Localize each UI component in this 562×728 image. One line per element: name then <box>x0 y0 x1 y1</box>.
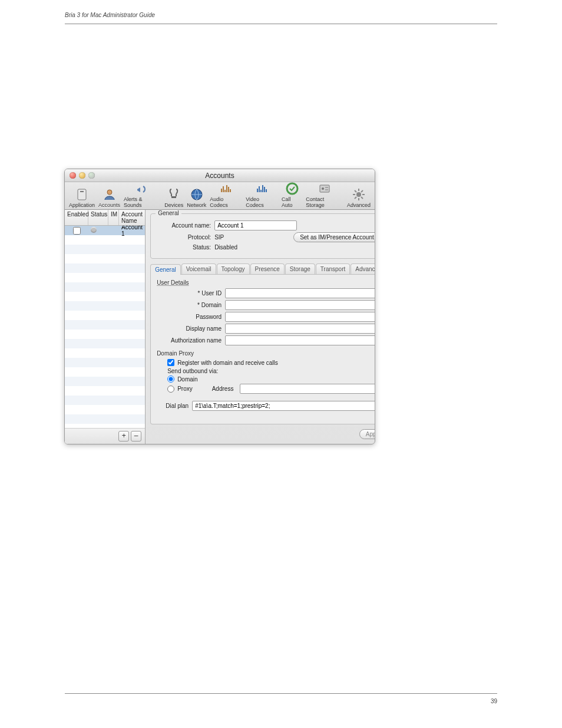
status-dot-icon <box>91 227 97 233</box>
domain-radio-label: Domain <box>177 376 197 383</box>
preferences-toolbar: Application Accounts Alerts & Sounds Dev… <box>65 182 375 210</box>
dial-plan-input[interactable] <box>192 401 375 411</box>
list-footer: + – <box>65 428 145 444</box>
svg-rect-1 <box>80 191 84 192</box>
user-id-input[interactable] <box>225 288 375 298</box>
display-name-label: Display name <box>157 325 222 332</box>
proxy-radio[interactable] <box>167 386 174 393</box>
toolbar-contact-storage[interactable]: Contact Storage <box>304 181 345 209</box>
toolbar-advanced[interactable]: Advanced <box>345 187 372 209</box>
tab-general[interactable]: General <box>150 264 181 275</box>
general-group: General Account name: Protocol: SIP Set … <box>150 213 375 259</box>
tab-storage[interactable]: Storage <box>285 263 315 274</box>
protocol-value: SIP <box>214 234 224 241</box>
add-account-button[interactable]: + <box>118 431 129 442</box>
svg-line-13 <box>361 197 363 199</box>
page-header-left: Bria 3 for Mac Administrator Guide <box>65 12 155 18</box>
gear-icon <box>351 187 366 202</box>
enabled-checkbox[interactable] <box>73 227 81 235</box>
toolbar-network[interactable]: Network <box>185 187 208 209</box>
app-icon <box>74 187 90 202</box>
svg-point-7 <box>356 192 361 197</box>
set-im-presence-button[interactable]: Set as IM/Presence Account <box>293 232 375 242</box>
window-controls <box>70 172 95 179</box>
col-status[interactable]: Status <box>88 210 108 225</box>
page-footer-right: 39 <box>491 698 497 704</box>
apply-button[interactable]: Apply <box>359 429 375 439</box>
account-name-cell: Account 1 <box>119 226 145 237</box>
accounts-list[interactable]: Account 1 <box>65 226 145 428</box>
contact-storage-icon <box>317 181 332 196</box>
alerts-icon <box>135 181 150 196</box>
account-name-label: Account name: <box>157 222 211 229</box>
call-auto-icon <box>285 181 300 196</box>
footer-rule <box>65 693 497 694</box>
display-name-input[interactable] <box>225 324 375 334</box>
tab-topology[interactable]: Topology <box>217 263 250 274</box>
list-header: Enabled Status IM Account Name <box>65 210 145 226</box>
auth-name-label: Authorization name <box>157 337 222 344</box>
user-id-label: * User ID <box>157 290 222 297</box>
tab-advanced[interactable]: Advanced <box>351 263 375 274</box>
send-via-label: Send outbound via: <box>167 368 375 374</box>
toolbar-application[interactable]: Application <box>67 187 97 209</box>
toolbar-call-auto[interactable]: Call Auto <box>280 181 304 209</box>
col-enabled[interactable]: Enabled <box>65 210 88 225</box>
svg-line-12 <box>355 190 356 192</box>
minimize-button[interactable] <box>79 172 85 179</box>
svg-point-6 <box>322 187 324 190</box>
svg-line-15 <box>361 190 363 192</box>
col-account-name[interactable]: Account Name <box>119 210 145 225</box>
password-label: Password <box>157 314 222 320</box>
dial-plan-label: Dial plan <box>157 403 189 409</box>
tab-transport[interactable]: Transport <box>316 263 350 274</box>
accounts-icon <box>102 187 117 202</box>
password-input[interactable] <box>225 312 375 322</box>
tab-voicemail[interactable]: Voicemail <box>181 263 216 274</box>
register-label: Register with domain and receive calls <box>177 360 278 366</box>
account-row[interactable]: Account 1 <box>65 226 145 235</box>
protocol-label: Protocol: <box>157 234 211 241</box>
register-checkbox[interactable] <box>167 359 174 366</box>
toolbar-devices[interactable]: Devices <box>163 187 185 209</box>
toolbar-alerts-sounds[interactable]: Alerts & Sounds <box>122 181 163 209</box>
titlebar: Accounts <box>65 169 375 182</box>
domain-proxy-title: Domain Proxy <box>157 350 375 357</box>
svg-rect-0 <box>78 189 86 200</box>
proxy-address-input[interactable] <box>240 384 375 394</box>
close-button[interactable] <box>70 172 76 179</box>
svg-line-14 <box>355 197 356 199</box>
auth-name-input[interactable] <box>225 335 375 345</box>
user-details-title: User Details <box>157 279 375 286</box>
domain-radio[interactable] <box>167 375 174 383</box>
status-value: Disabled <box>214 244 237 251</box>
audio-codecs-icon <box>219 181 234 196</box>
general-tab-body: User Details * User ID * Domain Password <box>150 275 375 424</box>
devices-icon <box>166 187 181 202</box>
domain-input[interactable] <box>225 300 375 310</box>
address-label: Address <box>212 386 234 392</box>
network-icon <box>189 187 204 202</box>
header-rule <box>65 24 497 24</box>
account-name-input[interactable] <box>214 220 297 230</box>
col-im[interactable]: IM <box>108 210 119 225</box>
toolbar-accounts[interactable]: Accounts <box>97 187 122 209</box>
toolbar-audio-codecs[interactable]: Audio Codecs <box>208 181 244 209</box>
remove-account-button[interactable]: – <box>131 431 141 442</box>
video-codecs-icon <box>254 181 270 196</box>
account-tabs: General Voicemail Topology Presence Stor… <box>150 263 375 275</box>
domain-label: * Domain <box>157 302 222 308</box>
proxy-radio-label: Proxy <box>177 386 193 392</box>
status-label: Status: <box>157 244 211 251</box>
accounts-list-panel: Enabled Status IM Account Name Account 1 <box>65 210 146 444</box>
zoom-button[interactable] <box>88 172 95 179</box>
svg-point-4 <box>287 183 297 194</box>
tab-presence[interactable]: Presence <box>250 263 285 274</box>
svg-rect-5 <box>320 185 329 192</box>
detail-panel: General Account name: Protocol: SIP Set … <box>146 210 375 444</box>
window-title: Accounts <box>205 172 234 180</box>
toolbar-video-codecs[interactable]: Video Codecs <box>244 181 280 209</box>
general-group-title: General <box>156 210 181 216</box>
accounts-window: Accounts Application Accounts Alerts & S… <box>64 169 375 444</box>
svg-point-2 <box>107 190 112 195</box>
